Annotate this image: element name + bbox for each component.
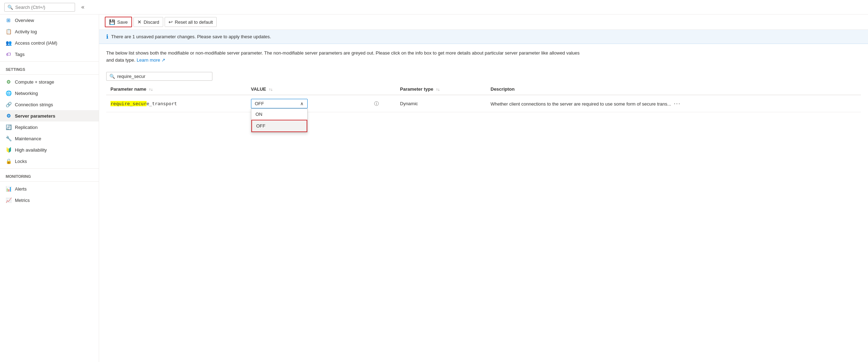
- sidebar-item-compute-storage[interactable]: ⚙ Compute + storage: [0, 76, 99, 87]
- info-banner: ℹ There are 1 unsaved parameter changes.…: [99, 30, 868, 44]
- description-text: The below list shows both the modifiable…: [99, 44, 595, 69]
- sidebar-divider-2: [0, 74, 99, 75]
- sidebar-item-label: Replication: [15, 125, 38, 130]
- param-type-value: Dynamic: [400, 101, 418, 106]
- discard-label: Discard: [144, 19, 159, 25]
- parameters-table: Parameter name ↑↓ VALUE ↑↓ Parameter typ…: [106, 84, 861, 112]
- high-availability-icon: 🔰: [6, 147, 11, 153]
- sidebar-item-activity-log[interactable]: 📋 Activity log: [0, 26, 99, 37]
- sidebar-item-label: Metrics: [15, 198, 30, 203]
- monitoring-section-label: Monitoring: [0, 170, 99, 180]
- col-param-name: Parameter name ↑↓: [106, 84, 247, 95]
- locks-icon: 🔒: [6, 158, 11, 164]
- sidebar-divider-3: [0, 168, 99, 169]
- sidebar-item-label: Activity log: [15, 29, 37, 34]
- table-container: Parameter name ↑↓ VALUE ↑↓ Parameter typ…: [99, 84, 868, 362]
- filter-search-icon: 🔍: [109, 74, 115, 79]
- sidebar-item-high-availability[interactable]: 🔰 High availability: [0, 144, 99, 155]
- content-area: 💾 Save ✕ Discard ↩ Reset all to default …: [99, 15, 868, 362]
- sidebar-item-label: Server parameters: [15, 113, 55, 119]
- sidebar-item-locks[interactable]: 🔒 Locks: [0, 155, 99, 167]
- sort-icon-value[interactable]: ↑↓: [269, 87, 273, 91]
- filter-input[interactable]: [117, 74, 206, 79]
- value-cell: OFF ∧ ON OFF: [247, 95, 369, 112]
- more-options-button[interactable]: ···: [673, 101, 682, 107]
- col-value: VALUE ↑↓: [247, 84, 369, 95]
- banner-message: There are 1 unsaved parameter changes. P…: [111, 34, 271, 39]
- connection-strings-icon: 🔗: [6, 102, 11, 107]
- sidebar-item-label: High availability: [15, 147, 47, 153]
- sidebar-item-alerts[interactable]: 📊 Alerts: [0, 183, 99, 194]
- save-button[interactable]: 💾 Save: [105, 17, 132, 27]
- save-icon: 💾: [109, 19, 115, 25]
- filter-row: 🔍: [99, 69, 868, 84]
- param-name-highlight: require_secur: [110, 101, 147, 106]
- sidebar-item-replication[interactable]: 🔄 Replication: [0, 121, 99, 133]
- save-label: Save: [117, 19, 128, 25]
- top-bar: 🔍 «: [0, 0, 868, 15]
- sidebar-divider-1: [0, 61, 99, 62]
- sidebar-item-label: Networking: [15, 91, 38, 96]
- overview-icon: ⊞: [6, 17, 11, 23]
- sidebar-item-label: Compute + storage: [15, 79, 54, 85]
- sidebar-item-label: Overview: [15, 18, 34, 23]
- search-icon: 🔍: [7, 5, 13, 10]
- learn-more-link[interactable]: Learn more ↗: [137, 57, 165, 63]
- compute-icon: ⚙: [6, 79, 11, 85]
- dropdown-option-on[interactable]: ON: [251, 109, 307, 120]
- metrics-icon: 📈: [6, 197, 11, 203]
- sidebar-item-overview[interactable]: ⊞ Overview: [0, 15, 99, 26]
- table-header-row: Parameter name ↑↓ VALUE ↑↓ Parameter typ…: [106, 84, 861, 95]
- sidebar-item-metrics[interactable]: 📈 Metrics: [0, 194, 99, 206]
- access-control-icon: 👥: [6, 40, 11, 46]
- tags-icon: 🏷: [6, 51, 11, 57]
- maintenance-icon: 🔧: [6, 136, 11, 141]
- dropdown-option-off[interactable]: OFF: [251, 120, 307, 132]
- server-parameters-icon: ⚙: [6, 113, 11, 119]
- reset-label: Reset all to default: [175, 19, 213, 25]
- alerts-icon: 📊: [6, 186, 11, 192]
- sidebar-item-label: Access control (IAM): [15, 40, 57, 46]
- param-type-cell: Dynamic: [396, 95, 486, 112]
- row-info-icon[interactable]: ⓘ: [374, 101, 379, 106]
- sort-icon-param-name[interactable]: ↑↓: [149, 87, 153, 91]
- value-dropdown: ON OFF: [251, 108, 308, 132]
- sidebar-item-connection-strings[interactable]: 🔗 Connection strings: [0, 99, 99, 110]
- toolbar: 💾 Save ✕ Discard ↩ Reset all to default: [99, 15, 868, 30]
- sidebar-item-networking[interactable]: 🌐 Networking: [0, 87, 99, 99]
- settings-section-label: Settings: [0, 63, 99, 73]
- sidebar-item-maintenance[interactable]: 🔧 Maintenance: [0, 133, 99, 144]
- sidebar-divider-4: [0, 181, 99, 182]
- filter-input-wrap[interactable]: 🔍: [106, 72, 212, 81]
- value-select-wrap: OFF ∧ ON OFF: [251, 99, 308, 108]
- activity-log-icon: 📋: [6, 29, 11, 34]
- discard-button[interactable]: ✕ Discard: [133, 17, 163, 27]
- description-body: The below list shows both the modifiable…: [106, 50, 579, 63]
- chevron-up-icon: ∧: [300, 101, 304, 106]
- col-description: Descripton: [486, 84, 861, 95]
- reset-button[interactable]: ↩ Reset all to default: [165, 17, 217, 27]
- sidebar: ⊞ Overview 📋 Activity log 👥 Access contr…: [0, 15, 99, 362]
- sidebar-item-tags[interactable]: 🏷 Tags: [0, 49, 99, 60]
- collapse-button[interactable]: «: [78, 2, 88, 12]
- value-select-button[interactable]: OFF ∧: [251, 99, 308, 108]
- discard-icon: ✕: [137, 19, 142, 25]
- table-row: require_secure_transport OFF ∧: [106, 95, 861, 112]
- param-name-value: require_secure_transport: [110, 101, 177, 106]
- col-info: [369, 84, 396, 95]
- reset-icon: ↩: [169, 19, 173, 25]
- sidebar-item-label: Locks: [15, 159, 27, 164]
- param-name-rest: e_transport: [147, 101, 177, 106]
- sidebar-item-access-control[interactable]: 👥 Access control (IAM): [0, 37, 99, 49]
- main-layout: ⊞ Overview 📋 Activity log 👥 Access contr…: [0, 15, 868, 362]
- search-box[interactable]: 🔍: [4, 3, 75, 12]
- sidebar-item-server-parameters[interactable]: ⚙ Server parameters: [0, 110, 99, 121]
- replication-icon: 🔄: [6, 124, 11, 130]
- sort-icon-param-type[interactable]: ↑↓: [436, 87, 440, 91]
- description-cell: Whether client connections to the server…: [486, 95, 861, 112]
- sidebar-item-label: Maintenance: [15, 136, 41, 141]
- sidebar-item-label: Alerts: [15, 186, 27, 192]
- search-input[interactable]: [15, 5, 68, 10]
- param-name-cell: require_secure_transport: [106, 95, 247, 112]
- col-param-type: Parameter type ↑↓: [396, 84, 486, 95]
